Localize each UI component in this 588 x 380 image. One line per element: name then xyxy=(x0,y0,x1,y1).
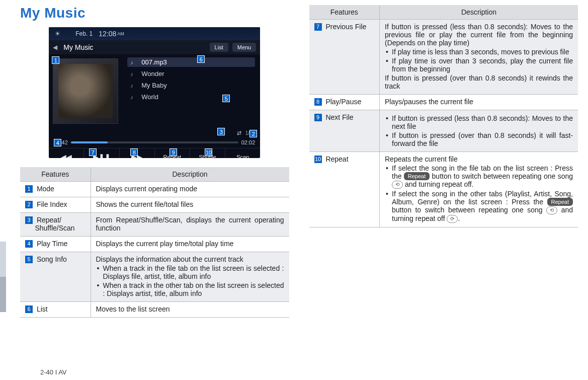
mode-label: My Music xyxy=(63,43,205,51)
callout-number: 6 xyxy=(25,306,33,313)
control-row: ◀◀ ▶❚❚ ▶▶ Repeat Shuffle Scan xyxy=(49,148,260,158)
song-row[interactable]: ♪World xyxy=(127,92,255,102)
feature-cell: 7 Previous File xyxy=(309,20,380,95)
callout-7: 7 xyxy=(89,148,97,156)
feature-cell: 2 File Index xyxy=(20,197,91,213)
time-total: 02:02 xyxy=(241,139,256,145)
description-cell: Plays/pauses the current file xyxy=(380,95,578,110)
description-cell: Displays the current play time/total pla… xyxy=(91,237,289,252)
list-button[interactable]: List xyxy=(210,43,228,52)
table-row: 10 RepeatRepeats the current fileIf sele… xyxy=(309,152,578,227)
table-row: 5 Song InfoDisplays the information abou… xyxy=(20,252,289,302)
feature-label: Next File xyxy=(324,113,354,121)
callout-number: 10 xyxy=(314,156,322,163)
song-row[interactable]: ♪Wonder xyxy=(127,69,255,79)
table-row: 8 Play/PausePlays/pauses the current fil… xyxy=(309,95,578,110)
feature-cell: 4 Play Time xyxy=(20,237,91,252)
status-row: ⇄ 1/16 xyxy=(49,129,260,137)
table-row: 2 File IndexShows the current file/total… xyxy=(20,197,289,213)
song-row[interactable]: ♪My Baby xyxy=(127,81,255,90)
feature-label: File Index xyxy=(35,200,67,208)
menu-button[interactable]: Menu xyxy=(232,43,257,52)
callout-number: 3 xyxy=(25,216,33,224)
description-cell: Shows the current file/total files xyxy=(91,197,289,213)
progress-bar[interactable] xyxy=(71,141,238,143)
description-cell: Displays the information about the curre… xyxy=(91,252,289,302)
callout-6: 6 xyxy=(197,55,205,63)
side-tab xyxy=(0,277,6,312)
callout-number: 7 xyxy=(314,23,322,31)
description-cell: If button is pressed (less than 0.8 seco… xyxy=(380,110,578,152)
feature-label: Previous File xyxy=(324,23,367,31)
time-row: 00:42 02:02 xyxy=(49,137,260,148)
callout-1: 1 xyxy=(52,56,59,64)
feature-label: Song Info xyxy=(35,255,67,263)
callout-number: 8 xyxy=(314,98,322,106)
callout-10: 10 xyxy=(205,148,212,156)
note-icon: ♪ xyxy=(130,83,136,89)
callout-9: 9 xyxy=(170,148,177,156)
status-ampm: AM xyxy=(117,31,124,36)
note-icon: ♪ xyxy=(130,59,136,65)
feature-cell: 6 List xyxy=(20,302,91,318)
note-icon: ♪ xyxy=(130,71,136,77)
back-icon[interactable]: ◀ xyxy=(53,44,57,51)
feature-label: Play Time xyxy=(35,240,67,248)
title-bar: ◀ My Music List Menu xyxy=(49,40,260,54)
status-bar: ☀ Feb. 1 12:08 AM xyxy=(49,27,260,40)
table-row: 1 ModeDisplays current operating mode xyxy=(20,182,289,197)
features-table-left: Features Description 1 ModeDisplays curr… xyxy=(20,167,289,318)
status-time: 12:08 xyxy=(99,30,116,38)
table-row: 6 ListMoves to the list screen xyxy=(20,302,289,318)
song-list: ♪007.mp3 ♪Wonder ♪My Baby ♪World xyxy=(122,54,260,129)
callout-4: 4 xyxy=(54,139,61,146)
callout-number: 2 xyxy=(25,201,33,208)
description-cell: Repeats the current fileIf select the so… xyxy=(380,152,578,227)
callout-number: 4 xyxy=(25,240,33,248)
feature-cell: 3 Repeat/ Shuffle/Scan xyxy=(20,213,91,237)
side-tab xyxy=(0,242,6,277)
scan-button[interactable]: Scan xyxy=(225,148,260,158)
weather-icon: ☀ xyxy=(55,30,60,37)
table-row: 4 Play TimeDisplays the current play tim… xyxy=(20,237,289,252)
status-date: Feb. 1 xyxy=(75,30,93,37)
device-screenshot: ☀ Feb. 1 12:08 AM ◀ My Music List Menu ♪… xyxy=(49,27,260,158)
prev-button[interactable]: ◀◀ xyxy=(49,148,84,158)
callout-5: 5 xyxy=(222,95,230,102)
feature-cell: 1 Mode xyxy=(20,182,91,197)
callout-8: 8 xyxy=(130,148,138,156)
features-table-right: Features Description 7 Previous FileIf b… xyxy=(309,5,578,227)
col-features: Features xyxy=(309,5,380,20)
feature-label: Play/Pause xyxy=(324,98,362,106)
shuffle-status-icon: ⇄ xyxy=(237,130,241,136)
col-description: Description xyxy=(91,167,289,182)
album-art xyxy=(53,58,118,124)
callout-2: 2 xyxy=(249,130,257,137)
callout-number: 1 xyxy=(25,185,33,193)
page-title: My Music xyxy=(20,5,289,21)
feature-label: List xyxy=(35,305,48,313)
feature-label: Mode xyxy=(35,185,54,193)
col-features: Features xyxy=(20,167,91,182)
callout-3: 3 xyxy=(217,128,225,135)
feature-cell: 8 Play/Pause xyxy=(309,95,380,110)
description-cell: From Repeat/Shuffle/Scan, displays the c… xyxy=(91,213,289,237)
callout-number: 9 xyxy=(314,114,322,121)
page-footer: 2-40 I AV xyxy=(40,368,67,376)
prev-icon: ◀◀ xyxy=(61,153,72,159)
table-row: 9 Next FileIf button is pressed (less th… xyxy=(309,110,578,152)
feature-cell: 10 Repeat xyxy=(309,152,380,227)
col-description: Description xyxy=(380,5,578,20)
description-cell: Moves to the list screen xyxy=(91,302,289,318)
table-row: 3 Repeat/ Shuffle/ScanFrom Repeat/Shuffl… xyxy=(20,213,289,237)
table-row: 7 Previous FileIf button is pressed (les… xyxy=(309,20,578,95)
feature-cell: 5 Song Info xyxy=(20,252,91,302)
callout-number: 5 xyxy=(25,256,33,263)
description-cell: Displays current operating mode xyxy=(91,182,289,197)
description-cell: If button is pressed (less than 0.8 seco… xyxy=(380,20,578,95)
feature-label: Repeat xyxy=(324,155,349,163)
song-row[interactable]: ♪007.mp3 xyxy=(127,57,255,67)
feature-cell: 9 Next File xyxy=(309,110,380,152)
note-icon: ♪ xyxy=(130,94,136,100)
